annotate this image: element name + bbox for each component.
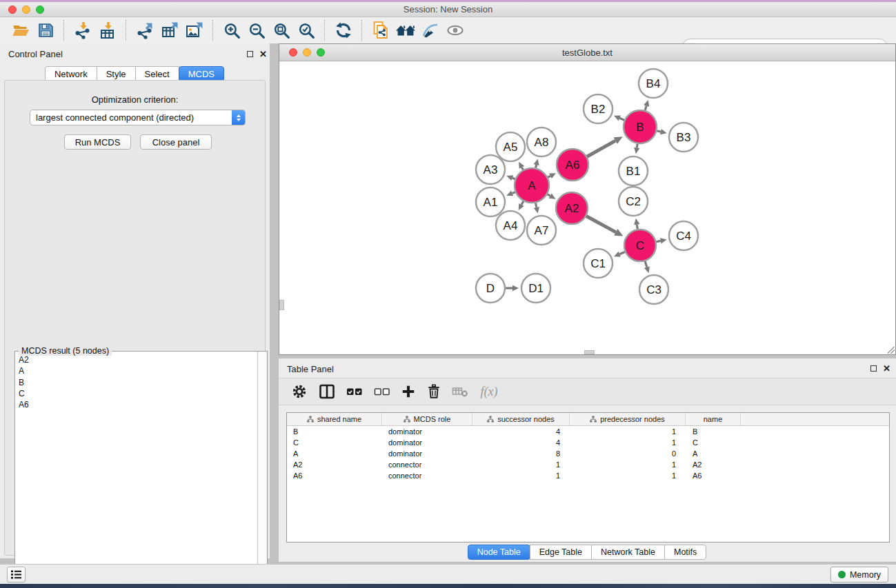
column-header-name[interactable]: name [686,413,741,425]
memory-button[interactable]: Memory [830,567,888,582]
edge-C-C1[interactable] [619,252,625,254]
edge-C-C3[interactable] [645,261,647,267]
table-row[interactable]: Cdominator41C [287,437,889,448]
table-cell[interactable]: 1 [570,438,686,447]
edge-B-B2[interactable] [619,118,624,120]
select-all-button[interactable] [341,380,368,403]
task-history-button[interactable] [7,567,26,582]
hide-details-button[interactable] [418,19,443,41]
zoom-out-button[interactable] [244,19,269,41]
table-cell[interactable]: 0 [570,449,686,458]
delete-table-button[interactable] [447,380,473,403]
column-header-mcds-role[interactable]: MCDS role [382,413,472,425]
table-cell[interactable]: dominator [382,427,472,436]
edge-A-A6[interactable] [548,176,550,177]
table-cell[interactable]: connector [382,472,472,480]
optimization-criterion-select[interactable]: largest connected component (directed) [30,110,246,125]
table-cell[interactable]: 4 [472,438,570,447]
table-cell[interactable]: A2 [686,460,741,469]
table-cell[interactable]: A [287,449,382,458]
export-network-button[interactable] [132,19,157,41]
resize-handle[interactable] [888,347,895,354]
table-cell[interactable]: C [287,438,382,447]
table-tab-motifs[interactable]: Motifs [664,545,706,560]
delete-column-button[interactable] [421,380,447,403]
mcds-result-item[interactable]: A6 [19,399,257,410]
vertical-scrollbar-thumb[interactable] [279,300,284,310]
column-header-predecessor-nodes[interactable]: predecessor nodes [570,413,686,425]
table-tab-edge-table[interactable]: Edge Table [530,545,592,560]
edge-A-A3[interactable] [512,178,515,179]
table-cell[interactable]: 1 [472,460,570,469]
add-column-button[interactable] [396,380,421,403]
table-tab-node-table[interactable]: Node Table [468,545,530,560]
open-session-button[interactable] [8,19,33,41]
mcds-result-list[interactable]: A2ABCA6 [15,354,257,587]
edge-A-A7[interactable] [535,203,536,207]
table-cell[interactable]: B [686,427,741,436]
mcds-result-item[interactable]: A [19,365,257,376]
table-cell[interactable]: B [287,427,382,436]
edge-B-B4[interactable] [645,106,646,111]
column-header-shared-name[interactable]: shared name [287,413,382,425]
zoom-fit-button[interactable] [269,19,294,41]
edge-B-B1[interactable] [637,144,637,148]
mcds-result-item[interactable]: B [19,377,257,388]
deselect-all-button[interactable] [368,380,396,403]
import-table-button[interactable] [95,19,120,41]
homes-button[interactable] [393,19,418,41]
settings-gear-button[interactable] [286,380,313,403]
table-cell[interactable]: 1 [570,460,686,469]
edge-A-A1[interactable] [512,192,515,194]
table-cell[interactable]: dominator [382,449,472,458]
close-panel-icon[interactable]: ✕ [259,50,267,59]
export-image-button[interactable] [182,19,207,41]
table-cell[interactable]: A6 [287,472,382,480]
table-cell[interactable]: A6 [686,472,741,480]
table-float-icon[interactable] [870,365,877,372]
table-cell[interactable]: 1 [570,427,686,436]
edge-C-C4[interactable] [656,241,660,241]
table-cell[interactable]: A [686,449,741,458]
edge-A-A2[interactable] [548,194,550,196]
table-row[interactable]: A2connector11A2 [287,459,889,470]
table-cell[interactable]: 1 [570,472,686,480]
table-row[interactable]: Adominator80A [287,448,889,459]
save-session-button[interactable] [33,19,58,41]
network-from-selection-button[interactable] [368,19,393,41]
table-tab-network-table[interactable]: Network Table [591,545,665,560]
table-cell[interactable]: A2 [287,460,382,469]
table-cell[interactable]: 1 [472,472,570,480]
zoom-in-button[interactable] [219,19,244,41]
import-network-button[interactable] [70,19,95,41]
table-row[interactable]: Bdominator41B [287,426,889,437]
export-table-button[interactable] [157,19,182,41]
column-selector-button[interactable] [313,380,341,403]
table-cell[interactable]: connector [382,460,472,469]
edge-A-A4[interactable] [521,201,524,205]
float-panel-icon[interactable] [247,51,253,57]
zoom-selected-button[interactable] [294,19,319,41]
table-row[interactable]: A6connector11A6 [287,470,889,481]
table-cell[interactable]: 8 [472,449,570,458]
edge-A2-C[interactable] [586,216,616,232]
refresh-layout-button[interactable] [331,19,356,41]
eye-button[interactable] [443,19,468,41]
table-cell[interactable]: 4 [472,427,570,436]
table-cell[interactable]: C [686,438,741,447]
table-close-icon[interactable]: ✕ [883,365,890,373]
network-canvas[interactable]: AA1A3A5A8A4A7A6A2BB1B2B3B4CC1C2C3C4DD1 [279,61,895,354]
run-mcds-button[interactable]: Run MCDS [64,134,131,150]
edge-A-A8[interactable] [536,165,537,168]
table-cell[interactable]: dominator [382,438,472,447]
column-header-successor-nodes[interactable]: successor nodes [472,413,570,425]
edge-A-A5[interactable] [521,168,523,170]
close-panel-button[interactable]: Close panel [140,134,212,150]
horizontal-scrollbar-thumb[interactable] [584,350,595,354]
mcds-result-scrollbar[interactable] [257,352,267,588]
node-table[interactable]: shared nameMCDS rolesuccessor nodesprede… [286,412,890,543]
edge-A6-B[interactable] [587,141,615,156]
edge-C-C2[interactable] [637,225,637,230]
mcds-result-item[interactable]: A2 [19,354,257,365]
edge-B-B3[interactable] [657,131,661,132]
